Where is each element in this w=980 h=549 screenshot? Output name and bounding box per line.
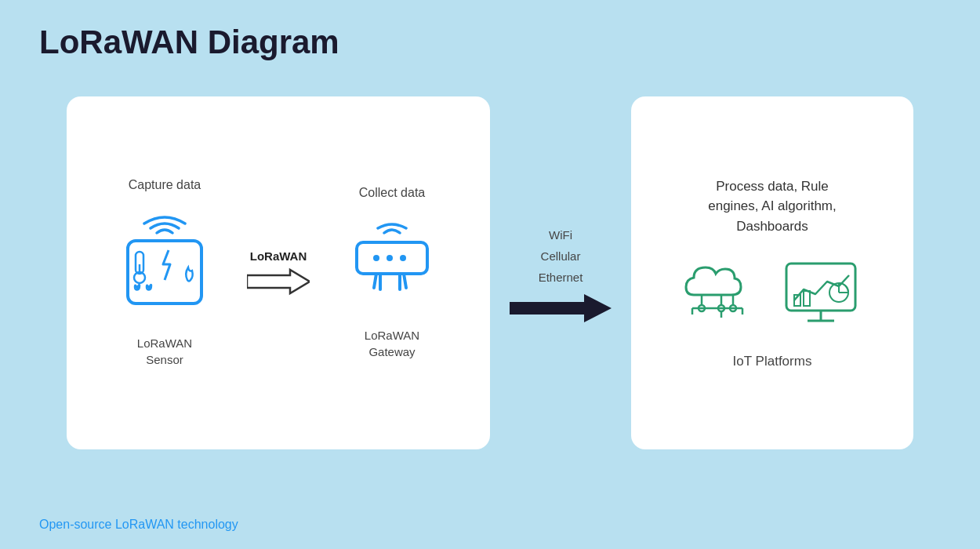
sensor-section: Capture data LoRaWAN	[114, 178, 216, 368]
iot-platforms-label: IoT Platforms	[733, 354, 812, 369]
gateway-label: LoRaWANGateway	[365, 327, 419, 360]
sensor-icon	[114, 211, 216, 313]
connection-labels: WiFiCellularEthernet	[539, 224, 583, 288]
iot-icons	[678, 252, 866, 330]
svg-marker-13	[510, 294, 612, 322]
svg-line-9	[374, 274, 376, 288]
iot-description: Process data, Ruleengines, AI algorithm,…	[708, 176, 836, 237]
big-arrow-icon	[510, 294, 612, 322]
lorawan-label: LoRaWAN	[250, 249, 307, 263]
gateway-icon	[341, 219, 443, 305]
svg-point-8	[400, 255, 406, 261]
page-title: LoRaWAN Diagram	[0, 0, 980, 77]
collect-data-label: Collect data	[359, 186, 426, 200]
svg-line-11	[404, 274, 406, 288]
main-diagram-area: Capture data LoRaWAN	[0, 77, 980, 469]
capture-data-label: Capture data	[129, 178, 201, 192]
connection-section: WiFiCellularEthernet	[490, 224, 631, 322]
footer-link[interactable]: Open-source LoRaWAN technology	[39, 518, 238, 532]
left-card: Capture data LoRaWAN	[67, 96, 490, 449]
lorawan-arrow-icon	[247, 266, 310, 297]
cloud-circuit-icon	[678, 252, 764, 330]
gateway-section: Collect data LoRaWANGateway	[341, 186, 443, 360]
right-card: Process data, Ruleengines, AI algorithm,…	[631, 96, 913, 449]
monitor-chart-icon	[780, 252, 866, 330]
svg-marker-4	[247, 270, 310, 293]
svg-point-6	[373, 255, 379, 261]
sensor-label: LoRaWANSensor	[137, 335, 192, 368]
svg-rect-28	[804, 291, 810, 306]
lorawan-arrow: LoRaWAN	[247, 249, 310, 297]
svg-point-7	[387, 255, 393, 261]
